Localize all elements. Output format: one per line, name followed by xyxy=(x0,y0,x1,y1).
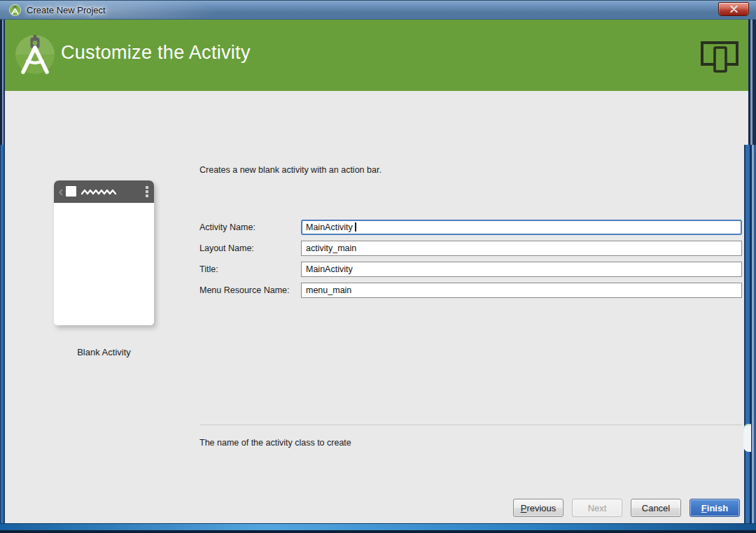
field-help-text: The name of the activity class to create xyxy=(200,438,351,448)
window-border-bottom-edge xyxy=(0,530,756,533)
back-chevron-icon: ‹ xyxy=(57,180,65,203)
title-input[interactable] xyxy=(301,262,742,277)
app-icon-placeholder xyxy=(66,186,76,197)
template-description: Creates a new blank activity with an act… xyxy=(200,165,382,175)
title-label: Title: xyxy=(200,264,218,274)
android-studio-logo-icon xyxy=(15,34,55,75)
window-border-left-lower xyxy=(0,145,5,523)
template-label: Blank Activity xyxy=(54,347,154,357)
layout-name-label: Layout Name: xyxy=(200,243,254,253)
menu-resource-name-label: Menu Resource Name: xyxy=(200,285,290,295)
blank-activity-template-card[interactable]: ‹ xyxy=(54,180,154,325)
device-preview-icon xyxy=(701,41,740,73)
window-border-left xyxy=(0,20,5,145)
text-caret xyxy=(355,222,356,232)
thumbnail-actionbar: ‹ xyxy=(54,180,154,203)
window-border-right-lower xyxy=(744,145,756,523)
background-window-artifact xyxy=(743,424,751,452)
page-title: Customize the Activity xyxy=(61,42,251,64)
close-button[interactable] xyxy=(718,2,749,16)
title-zigzag-placeholder xyxy=(81,188,118,196)
wizard-header: Customize the Activity xyxy=(5,20,750,91)
create-new-project-dialog: Create New Project Customize the Activit… xyxy=(0,0,756,533)
menu-resource-name-input[interactable] xyxy=(301,283,742,298)
finish-button[interactable]: Finish xyxy=(690,499,740,517)
window-title: Create New Project xyxy=(27,5,106,15)
overflow-menu-icon xyxy=(146,186,148,197)
form-divider xyxy=(200,425,742,425)
android-studio-icon xyxy=(9,4,21,16)
layout-name-input[interactable] xyxy=(301,241,742,256)
cancel-button[interactable]: Cancel xyxy=(631,499,681,517)
window-titlebar[interactable]: Create New Project xyxy=(0,0,756,20)
close-icon xyxy=(730,6,738,13)
previous-button[interactable]: Previous xyxy=(513,499,564,517)
next-button[interactable]: Next xyxy=(572,499,622,517)
window-border-bottom xyxy=(0,523,756,530)
activity-name-input[interactable] xyxy=(301,220,742,235)
window-border-right xyxy=(748,20,756,145)
activity-name-label: Activity Name: xyxy=(200,222,255,232)
